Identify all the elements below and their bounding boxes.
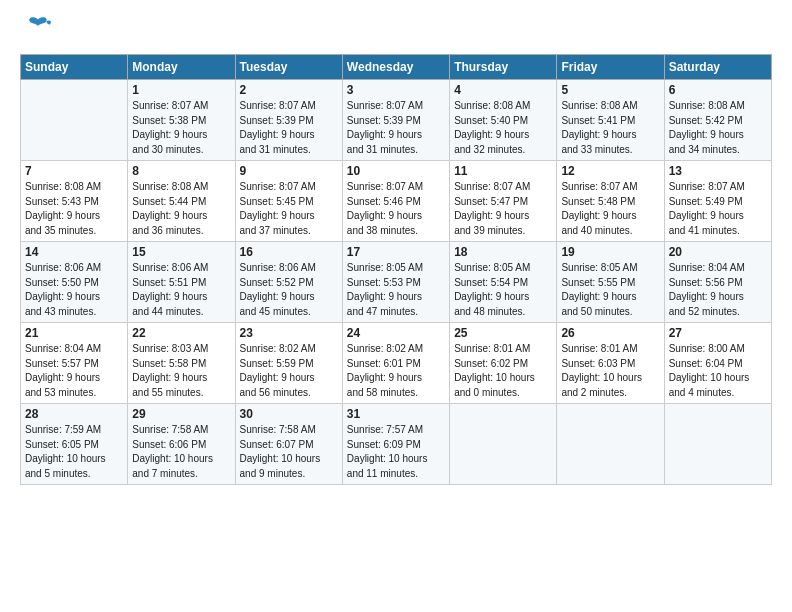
table-row: 25Sunrise: 8:01 AM Sunset: 6:02 PM Dayli… <box>450 323 557 404</box>
day-info: Sunrise: 8:08 AM Sunset: 5:41 PM Dayligh… <box>561 99 659 157</box>
table-row: 13Sunrise: 8:07 AM Sunset: 5:49 PM Dayli… <box>664 161 771 242</box>
day-number: 15 <box>132 245 230 259</box>
table-row <box>450 404 557 485</box>
day-info: Sunrise: 8:06 AM Sunset: 5:51 PM Dayligh… <box>132 261 230 319</box>
page-header <box>20 18 772 44</box>
table-row: 31Sunrise: 7:57 AM Sunset: 6:09 PM Dayli… <box>342 404 449 485</box>
table-row: 22Sunrise: 8:03 AM Sunset: 5:58 PM Dayli… <box>128 323 235 404</box>
day-number: 7 <box>25 164 123 178</box>
week-row-4: 21Sunrise: 8:04 AM Sunset: 5:57 PM Dayli… <box>21 323 772 404</box>
table-row: 8Sunrise: 8:08 AM Sunset: 5:44 PM Daylig… <box>128 161 235 242</box>
table-row <box>557 404 664 485</box>
day-info: Sunrise: 8:07 AM Sunset: 5:46 PM Dayligh… <box>347 180 445 238</box>
day-number: 10 <box>347 164 445 178</box>
weekday-header-tuesday: Tuesday <box>235 55 342 80</box>
day-info: Sunrise: 8:08 AM Sunset: 5:40 PM Dayligh… <box>454 99 552 157</box>
week-row-2: 7Sunrise: 8:08 AM Sunset: 5:43 PM Daylig… <box>21 161 772 242</box>
day-number: 26 <box>561 326 659 340</box>
table-row: 19Sunrise: 8:05 AM Sunset: 5:55 PM Dayli… <box>557 242 664 323</box>
day-number: 14 <box>25 245 123 259</box>
day-number: 5 <box>561 83 659 97</box>
week-row-1: 1Sunrise: 8:07 AM Sunset: 5:38 PM Daylig… <box>21 80 772 161</box>
table-row: 9Sunrise: 8:07 AM Sunset: 5:45 PM Daylig… <box>235 161 342 242</box>
day-info: Sunrise: 8:05 AM Sunset: 5:53 PM Dayligh… <box>347 261 445 319</box>
day-info: Sunrise: 8:04 AM Sunset: 5:56 PM Dayligh… <box>669 261 767 319</box>
weekday-header-friday: Friday <box>557 55 664 80</box>
day-number: 30 <box>240 407 338 421</box>
table-row: 17Sunrise: 8:05 AM Sunset: 5:53 PM Dayli… <box>342 242 449 323</box>
weekday-header-sunday: Sunday <box>21 55 128 80</box>
day-number: 13 <box>669 164 767 178</box>
day-number: 8 <box>132 164 230 178</box>
day-number: 24 <box>347 326 445 340</box>
day-number: 22 <box>132 326 230 340</box>
day-info: Sunrise: 8:07 AM Sunset: 5:45 PM Dayligh… <box>240 180 338 238</box>
day-info: Sunrise: 7:59 AM Sunset: 6:05 PM Dayligh… <box>25 423 123 481</box>
table-row: 27Sunrise: 8:00 AM Sunset: 6:04 PM Dayli… <box>664 323 771 404</box>
day-info: Sunrise: 8:02 AM Sunset: 6:01 PM Dayligh… <box>347 342 445 400</box>
day-number: 9 <box>240 164 338 178</box>
day-info: Sunrise: 8:07 AM Sunset: 5:49 PM Dayligh… <box>669 180 767 238</box>
day-number: 18 <box>454 245 552 259</box>
day-number: 25 <box>454 326 552 340</box>
table-row: 28Sunrise: 7:59 AM Sunset: 6:05 PM Dayli… <box>21 404 128 485</box>
table-row: 10Sunrise: 8:07 AM Sunset: 5:46 PM Dayli… <box>342 161 449 242</box>
logo <box>20 18 52 44</box>
table-row: 12Sunrise: 8:07 AM Sunset: 5:48 PM Dayli… <box>557 161 664 242</box>
day-number: 20 <box>669 245 767 259</box>
day-number: 29 <box>132 407 230 421</box>
week-row-3: 14Sunrise: 8:06 AM Sunset: 5:50 PM Dayli… <box>21 242 772 323</box>
table-row: 7Sunrise: 8:08 AM Sunset: 5:43 PM Daylig… <box>21 161 128 242</box>
calendar-table: SundayMondayTuesdayWednesdayThursdayFrid… <box>20 54 772 485</box>
day-info: Sunrise: 8:07 AM Sunset: 5:48 PM Dayligh… <box>561 180 659 238</box>
table-row: 15Sunrise: 8:06 AM Sunset: 5:51 PM Dayli… <box>128 242 235 323</box>
table-row <box>664 404 771 485</box>
table-row: 11Sunrise: 8:07 AM Sunset: 5:47 PM Dayli… <box>450 161 557 242</box>
table-row: 20Sunrise: 8:04 AM Sunset: 5:56 PM Dayli… <box>664 242 771 323</box>
day-number: 21 <box>25 326 123 340</box>
day-info: Sunrise: 8:07 AM Sunset: 5:39 PM Dayligh… <box>347 99 445 157</box>
table-row: 16Sunrise: 8:06 AM Sunset: 5:52 PM Dayli… <box>235 242 342 323</box>
day-number: 2 <box>240 83 338 97</box>
day-info: Sunrise: 8:02 AM Sunset: 5:59 PM Dayligh… <box>240 342 338 400</box>
day-number: 11 <box>454 164 552 178</box>
weekday-header-thursday: Thursday <box>450 55 557 80</box>
table-row: 26Sunrise: 8:01 AM Sunset: 6:03 PM Dayli… <box>557 323 664 404</box>
weekday-header-saturday: Saturday <box>664 55 771 80</box>
table-row: 3Sunrise: 8:07 AM Sunset: 5:39 PM Daylig… <box>342 80 449 161</box>
day-number: 16 <box>240 245 338 259</box>
day-info: Sunrise: 8:07 AM Sunset: 5:39 PM Dayligh… <box>240 99 338 157</box>
day-info: Sunrise: 8:06 AM Sunset: 5:50 PM Dayligh… <box>25 261 123 319</box>
table-row: 18Sunrise: 8:05 AM Sunset: 5:54 PM Dayli… <box>450 242 557 323</box>
day-number: 6 <box>669 83 767 97</box>
weekday-header-monday: Monday <box>128 55 235 80</box>
day-number: 27 <box>669 326 767 340</box>
day-info: Sunrise: 8:06 AM Sunset: 5:52 PM Dayligh… <box>240 261 338 319</box>
table-row: 4Sunrise: 8:08 AM Sunset: 5:40 PM Daylig… <box>450 80 557 161</box>
day-info: Sunrise: 8:05 AM Sunset: 5:55 PM Dayligh… <box>561 261 659 319</box>
table-row: 23Sunrise: 8:02 AM Sunset: 5:59 PM Dayli… <box>235 323 342 404</box>
table-row: 2Sunrise: 8:07 AM Sunset: 5:39 PM Daylig… <box>235 80 342 161</box>
day-info: Sunrise: 8:08 AM Sunset: 5:44 PM Dayligh… <box>132 180 230 238</box>
day-info: Sunrise: 8:05 AM Sunset: 5:54 PM Dayligh… <box>454 261 552 319</box>
day-info: Sunrise: 8:04 AM Sunset: 5:57 PM Dayligh… <box>25 342 123 400</box>
day-number: 23 <box>240 326 338 340</box>
day-info: Sunrise: 7:58 AM Sunset: 6:06 PM Dayligh… <box>132 423 230 481</box>
day-number: 3 <box>347 83 445 97</box>
table-row: 29Sunrise: 7:58 AM Sunset: 6:06 PM Dayli… <box>128 404 235 485</box>
day-number: 1 <box>132 83 230 97</box>
table-row: 6Sunrise: 8:08 AM Sunset: 5:42 PM Daylig… <box>664 80 771 161</box>
table-row: 24Sunrise: 8:02 AM Sunset: 6:01 PM Dayli… <box>342 323 449 404</box>
table-row: 5Sunrise: 8:08 AM Sunset: 5:41 PM Daylig… <box>557 80 664 161</box>
table-row: 21Sunrise: 8:04 AM Sunset: 5:57 PM Dayli… <box>21 323 128 404</box>
day-number: 12 <box>561 164 659 178</box>
logo-bird-icon <box>24 12 52 44</box>
day-number: 28 <box>25 407 123 421</box>
day-info: Sunrise: 8:03 AM Sunset: 5:58 PM Dayligh… <box>132 342 230 400</box>
day-number: 31 <box>347 407 445 421</box>
table-row: 1Sunrise: 8:07 AM Sunset: 5:38 PM Daylig… <box>128 80 235 161</box>
day-number: 17 <box>347 245 445 259</box>
day-info: Sunrise: 8:07 AM Sunset: 5:38 PM Dayligh… <box>132 99 230 157</box>
week-row-5: 28Sunrise: 7:59 AM Sunset: 6:05 PM Dayli… <box>21 404 772 485</box>
day-info: Sunrise: 7:58 AM Sunset: 6:07 PM Dayligh… <box>240 423 338 481</box>
